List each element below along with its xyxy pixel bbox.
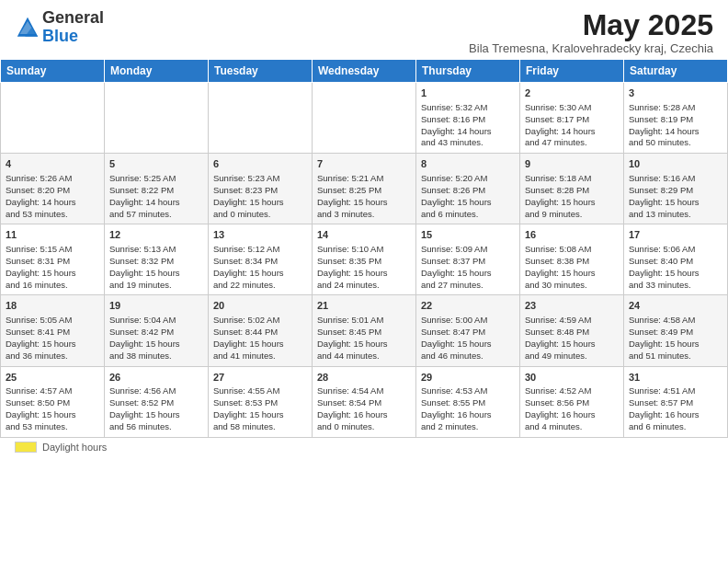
month-title: May 2025 [469, 9, 713, 41]
calendar-cell: 29Sunrise: 4:53 AM Sunset: 8:55 PM Dayli… [416, 366, 520, 437]
day-info: Sunrise: 5:00 AM Sunset: 8:47 PM Dayligh… [421, 315, 515, 362]
day-info: Sunrise: 5:04 AM Sunset: 8:42 PM Dayligh… [109, 315, 203, 362]
calendar-cell: 31Sunrise: 4:51 AM Sunset: 8:57 PM Dayli… [624, 366, 728, 437]
day-info: Sunrise: 5:15 AM Sunset: 8:31 PM Dayligh… [6, 244, 99, 291]
header: General Blue May 2025 Bila Tremesna, Kra… [0, 0, 728, 59]
calendar-cell: 2Sunrise: 5:30 AM Sunset: 8:17 PM Daylig… [520, 83, 624, 154]
calendar-cell: 8Sunrise: 5:20 AM Sunset: 8:26 PM Daylig… [416, 154, 520, 224]
calendar-cell: 22Sunrise: 5:00 AM Sunset: 8:47 PM Dayli… [416, 295, 520, 366]
day-info: Sunrise: 5:16 AM Sunset: 8:29 PM Dayligh… [629, 173, 722, 220]
day-number: 7 [317, 157, 411, 171]
calendar-cell: 13Sunrise: 5:12 AM Sunset: 8:34 PM Dayli… [209, 224, 313, 295]
subtitle: Bila Tremesna, Kralovehradecky kraj, Cze… [469, 41, 713, 55]
day-info: Sunrise: 5:05 AM Sunset: 8:41 PM Dayligh… [6, 315, 99, 362]
day-number: 6 [213, 157, 307, 171]
day-number: 13 [213, 228, 307, 242]
calendar-cell: 25Sunrise: 4:57 AM Sunset: 8:50 PM Dayli… [1, 366, 105, 437]
day-number: 31 [629, 371, 722, 385]
calendar: SundayMondayTuesdayWednesdayThursdayFrid… [0, 59, 728, 437]
calendar-cell [1, 83, 105, 154]
day-number: 2 [525, 86, 619, 100]
day-number: 30 [525, 371, 619, 385]
day-info: Sunrise: 5:20 AM Sunset: 8:26 PM Dayligh… [421, 173, 515, 220]
footer: Daylight hours [0, 438, 728, 456]
calendar-cell: 1Sunrise: 5:32 AM Sunset: 8:16 PM Daylig… [416, 83, 520, 154]
day-number: 27 [213, 371, 307, 385]
day-info: Sunrise: 5:30 AM Sunset: 8:17 PM Dayligh… [525, 102, 619, 149]
calendar-cell: 21Sunrise: 5:01 AM Sunset: 8:45 PM Dayli… [313, 295, 416, 366]
calendar-cell [105, 83, 209, 154]
calendar-cell: 18Sunrise: 5:05 AM Sunset: 8:41 PM Dayli… [1, 295, 105, 366]
day-info: Sunrise: 5:08 AM Sunset: 8:38 PM Dayligh… [525, 244, 619, 291]
day-info: Sunrise: 5:13 AM Sunset: 8:32 PM Dayligh… [109, 244, 203, 291]
calendar-cell: 6Sunrise: 5:23 AM Sunset: 8:23 PM Daylig… [209, 154, 313, 224]
calendar-cell: 5Sunrise: 5:25 AM Sunset: 8:22 PM Daylig… [105, 154, 209, 224]
day-number: 28 [317, 371, 411, 385]
day-number: 4 [6, 157, 99, 171]
day-info: Sunrise: 4:54 AM Sunset: 8:54 PM Dayligh… [317, 385, 411, 432]
day-info: Sunrise: 4:53 AM Sunset: 8:55 PM Dayligh… [421, 385, 515, 432]
day-info: Sunrise: 5:32 AM Sunset: 8:16 PM Dayligh… [421, 102, 515, 149]
day-info: Sunrise: 5:26 AM Sunset: 8:20 PM Dayligh… [6, 173, 99, 220]
day-number: 5 [109, 157, 203, 171]
day-number: 9 [525, 157, 619, 171]
day-header-sunday: Sunday [1, 60, 105, 83]
day-number: 16 [525, 228, 619, 242]
calendar-cell: 27Sunrise: 4:55 AM Sunset: 8:53 PM Dayli… [209, 366, 313, 437]
day-header-saturday: Saturday [624, 60, 728, 83]
calendar-cell: 14Sunrise: 5:10 AM Sunset: 8:35 PM Dayli… [313, 224, 416, 295]
day-info: Sunrise: 5:02 AM Sunset: 8:44 PM Dayligh… [213, 315, 307, 362]
day-number: 18 [6, 299, 99, 313]
day-info: Sunrise: 5:23 AM Sunset: 8:23 PM Dayligh… [213, 173, 307, 220]
day-info: Sunrise: 5:21 AM Sunset: 8:25 PM Dayligh… [317, 173, 411, 220]
day-info: Sunrise: 4:52 AM Sunset: 8:56 PM Dayligh… [525, 385, 619, 432]
calendar-cell: 11Sunrise: 5:15 AM Sunset: 8:31 PM Dayli… [1, 224, 105, 295]
calendar-cell: 28Sunrise: 4:54 AM Sunset: 8:54 PM Dayli… [313, 366, 416, 437]
day-info: Sunrise: 4:57 AM Sunset: 8:50 PM Dayligh… [6, 385, 99, 432]
calendar-cell: 23Sunrise: 4:59 AM Sunset: 8:48 PM Dayli… [520, 295, 624, 366]
daylight-label: Daylight hours [42, 442, 107, 453]
calendar-cell: 17Sunrise: 5:06 AM Sunset: 8:40 PM Dayli… [624, 224, 728, 295]
daylight-box [15, 442, 37, 453]
day-info: Sunrise: 4:59 AM Sunset: 8:48 PM Dayligh… [525, 315, 619, 362]
day-header-wednesday: Wednesday [313, 60, 416, 83]
calendar-cell [313, 83, 416, 154]
day-number: 19 [109, 299, 203, 313]
calendar-cell: 19Sunrise: 5:04 AM Sunset: 8:42 PM Dayli… [105, 295, 209, 366]
day-header-tuesday: Tuesday [209, 60, 313, 83]
day-number: 21 [317, 299, 411, 313]
calendar-cell: 15Sunrise: 5:09 AM Sunset: 8:37 PM Dayli… [416, 224, 520, 295]
logo-general: General [42, 9, 104, 28]
day-number: 12 [109, 228, 203, 242]
calendar-cell [209, 83, 313, 154]
logo-icon [15, 15, 40, 40]
day-number: 8 [421, 157, 515, 171]
calendar-cell: 10Sunrise: 5:16 AM Sunset: 8:29 PM Dayli… [624, 154, 728, 224]
day-info: Sunrise: 5:28 AM Sunset: 8:19 PM Dayligh… [629, 102, 722, 149]
day-info: Sunrise: 5:09 AM Sunset: 8:37 PM Dayligh… [421, 244, 515, 291]
day-info: Sunrise: 4:51 AM Sunset: 8:57 PM Dayligh… [629, 385, 722, 432]
day-number: 20 [213, 299, 307, 313]
day-info: Sunrise: 5:06 AM Sunset: 8:40 PM Dayligh… [629, 244, 722, 291]
day-info: Sunrise: 4:56 AM Sunset: 8:52 PM Dayligh… [109, 385, 203, 432]
day-header-monday: Monday [105, 60, 209, 83]
day-header-thursday: Thursday [416, 60, 520, 83]
day-number: 1 [421, 86, 515, 100]
calendar-cell: 3Sunrise: 5:28 AM Sunset: 8:19 PM Daylig… [624, 83, 728, 154]
day-number: 29 [421, 371, 515, 385]
title-section: May 2025 Bila Tremesna, Kralovehradecky … [469, 9, 713, 55]
day-info: Sunrise: 4:55 AM Sunset: 8:53 PM Dayligh… [213, 385, 307, 432]
day-number: 24 [629, 299, 722, 313]
day-info: Sunrise: 5:25 AM Sunset: 8:22 PM Dayligh… [109, 173, 203, 220]
calendar-cell: 7Sunrise: 5:21 AM Sunset: 8:25 PM Daylig… [313, 154, 416, 224]
logo-text: General Blue [42, 9, 104, 46]
day-info: Sunrise: 5:01 AM Sunset: 8:45 PM Dayligh… [317, 315, 411, 362]
day-header-friday: Friday [520, 60, 624, 83]
day-number: 25 [6, 371, 99, 385]
calendar-cell: 26Sunrise: 4:56 AM Sunset: 8:52 PM Dayli… [105, 366, 209, 437]
calendar-cell: 4Sunrise: 5:26 AM Sunset: 8:20 PM Daylig… [1, 154, 105, 224]
day-number: 22 [421, 299, 515, 313]
day-number: 14 [317, 228, 411, 242]
logo-blue: Blue [42, 28, 104, 46]
day-number: 26 [109, 371, 203, 385]
